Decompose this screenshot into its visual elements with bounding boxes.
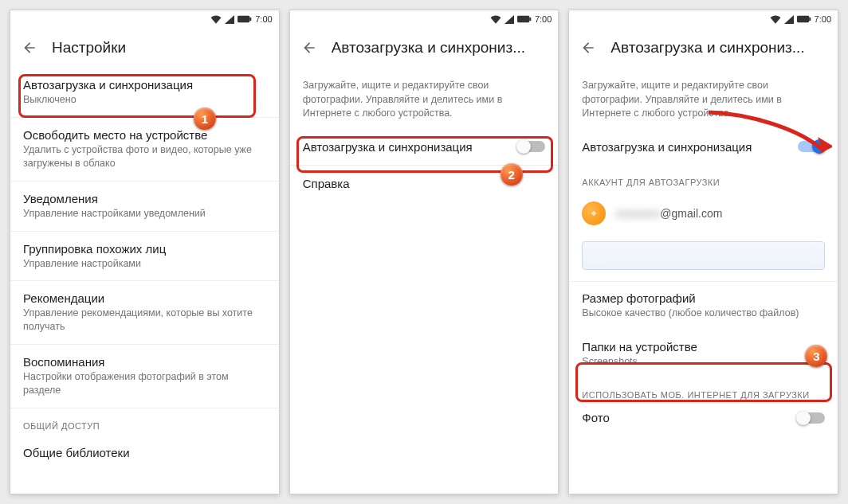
back-icon[interactable] [22,40,37,56]
toggle-backup-sync[interactable]: Автозагрузка и синхронизация [290,129,559,166]
item-shared-libraries[interactable]: Общие библиотеки [10,436,279,470]
app-bar: Автозагрузка и синхрониз... [569,28,838,68]
item-device-folders[interactable]: Папки на устройстве Screenshots [569,330,838,379]
svg-rect-2 [517,16,529,22]
battery-icon [797,15,811,23]
svg-rect-1 [249,18,251,21]
battery-icon [238,15,252,23]
settings-list: Автозагрузка и синхронизация Выключено О… [10,68,279,494]
switch-off-icon[interactable] [798,412,825,424]
wifi-icon [210,15,222,24]
status-bar: 7:00 [569,10,838,28]
signal-icon [784,15,794,24]
avatar-icon [582,201,606,225]
app-bar: Настройки [10,28,279,68]
screen-backup-off: 7:00 Автозагрузка и синхрониз... Загружа… [289,10,559,494]
page-title: Автозагрузка и синхрониз... [332,39,525,57]
toggle-backup-sync[interactable]: Автозагрузка и синхронизация [569,129,838,165]
status-time: 7:00 [815,14,831,24]
status-time: 7:00 [535,14,552,24]
item-face-grouping[interactable]: Группировка похожих лиц Управление настр… [10,232,279,282]
item-suggestions[interactable]: Рекомендации Управление рекомендациями, … [10,281,279,345]
backup-description: Загружайте, ищите и редактируйте свои фо… [569,68,838,129]
app-bar: Автозагрузка и синхрониз... [290,28,559,68]
account-storage-box[interactable] [582,241,825,270]
svg-rect-4 [797,16,809,22]
status-bar: 7:00 [10,10,279,28]
signal-icon [504,15,514,24]
backup-on-content: Загружайте, ищите и редактируйте свои фо… [569,68,838,494]
item-notifications[interactable]: Уведомления Управление настройками уведо… [10,182,279,232]
signal-icon [225,15,234,24]
item-memories[interactable]: Воспоминания Настройки отображения фотог… [10,345,279,408]
item-help[interactable]: Справка [290,166,559,201]
status-time: 7:00 [255,14,272,24]
back-icon[interactable] [580,40,596,56]
wifi-icon [770,15,781,24]
svg-rect-0 [238,16,249,22]
back-icon[interactable] [301,40,317,56]
switch-off-icon[interactable] [518,141,545,152]
section-mobile-data: ИСПОЛЬЗОВАТЬ МОБ. ИНТЕРНЕТ ДЛЯ ЗАГРУЗКИ [569,379,838,404]
page-title: Настройки [52,39,126,57]
svg-rect-3 [529,18,531,21]
status-bar: 7:00 [290,10,559,28]
toggle-mobile-photo[interactable]: Фото [569,404,838,436]
svg-rect-5 [809,18,811,21]
email-blurred: xxxxxxxx [615,207,660,220]
screen-backup-on: 7:00 Автозагрузка и синхрониз... Загружа… [568,10,838,494]
item-backup-sync[interactable]: Автозагрузка и синхронизация Выключено [10,68,279,118]
backup-description: Загружайте, ищите и редактируйте свои фо… [290,68,559,129]
section-sharing: ОБЩИЙ ДОСТУП [10,408,279,436]
section-account: АККАУНТ ДЛЯ АВТОЗАГРУЗКИ [569,165,838,192]
wifi-icon [490,15,501,24]
account-email: xxxxxxxx@gmail.com [615,207,722,220]
item-upload-size[interactable]: Размер фотографий Высокое качество (любо… [569,282,838,330]
switch-on-icon[interactable] [798,141,825,152]
account-row[interactable]: xxxxxxxx@gmail.com [569,192,838,235]
item-free-space[interactable]: Освободить место на устройстве Удалить с… [10,118,279,182]
page-title: Автозагрузка и синхрониз... [610,39,804,57]
battery-icon [517,15,532,23]
screen-settings: 7:00 Настройки Автозагрузка и синхрониза… [10,10,280,494]
backup-content: Загружайте, ищите и редактируйте свои фо… [290,68,559,494]
